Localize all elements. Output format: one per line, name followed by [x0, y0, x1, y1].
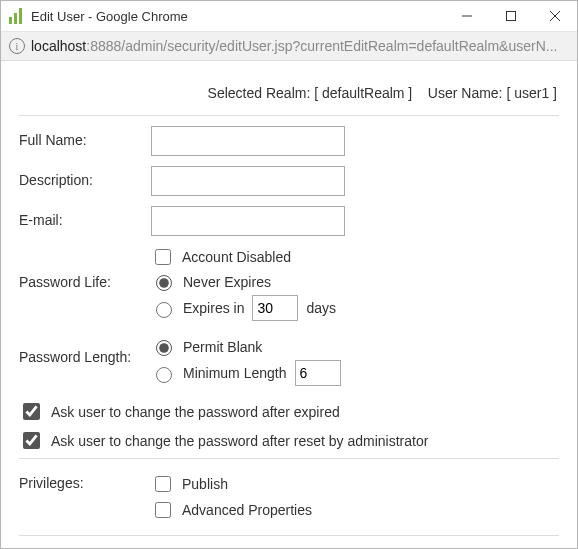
separator-top: [19, 115, 559, 116]
address-path: :8888/admin/security/editUser.jsp?curren…: [86, 38, 557, 54]
permit-blank-radio[interactable]: [156, 340, 172, 356]
maximize-icon: [506, 11, 516, 21]
full-name-input[interactable]: [151, 126, 345, 156]
account-disabled-checkbox[interactable]: [155, 249, 171, 265]
window-titlebar: Edit User - Google Chrome: [1, 1, 577, 31]
never-expires-label: Never Expires: [183, 274, 271, 290]
realm-label: Selected Realm:: [208, 85, 311, 101]
label-password-life: Password Life:: [19, 242, 151, 290]
expires-in-label: Expires in: [183, 300, 244, 316]
publish-label: Publish: [182, 476, 228, 492]
content-area: Selected Realm: [ defaultRealm ] User Na…: [1, 61, 577, 549]
separator-bottom: [19, 535, 559, 536]
email-input[interactable]: [151, 206, 345, 236]
never-expires-radio[interactable]: [156, 275, 172, 291]
change-after-expired-checkbox[interactable]: [23, 403, 40, 420]
label-privileges: Privileges:: [19, 469, 151, 491]
minimum-length-label: Minimum Length: [183, 365, 287, 381]
minimize-icon: [462, 11, 472, 21]
label-description: Description:: [19, 166, 151, 188]
expires-in-radio[interactable]: [156, 302, 172, 318]
publish-checkbox[interactable]: [155, 476, 171, 492]
app-icon: [9, 8, 25, 24]
change-after-expired-label: Ask user to change the password after ex…: [51, 404, 340, 420]
close-button[interactable]: [533, 1, 577, 31]
address-bar[interactable]: i localhost:8888/admin/security/editUser…: [1, 31, 577, 61]
expires-days-input[interactable]: [252, 295, 298, 321]
advanced-properties-checkbox[interactable]: [155, 502, 171, 518]
separator-privileges: [19, 458, 559, 459]
label-password-length: Password Length:: [19, 333, 151, 365]
address-host: localhost: [31, 38, 86, 54]
username-label: User Name:: [428, 85, 503, 101]
window-title: Edit User - Google Chrome: [31, 9, 445, 24]
svg-rect-1: [507, 12, 516, 21]
permit-blank-label: Permit Blank: [183, 339, 262, 355]
context-line: Selected Realm: [ defaultRealm ] User Na…: [19, 85, 559, 101]
minimum-length-radio[interactable]: [156, 367, 172, 383]
realm-value: [ defaultRealm ]: [314, 85, 412, 101]
minimum-length-input[interactable]: [295, 360, 341, 386]
account-disabled-label: Account Disabled: [182, 249, 291, 265]
close-icon: [550, 11, 560, 21]
change-after-reset-checkbox[interactable]: [23, 432, 40, 449]
label-full-name: Full Name:: [19, 126, 151, 148]
days-suffix-label: days: [306, 300, 336, 316]
maximize-button[interactable]: [489, 1, 533, 31]
advanced-properties-label: Advanced Properties: [182, 502, 312, 518]
change-after-reset-label: Ask user to change the password after re…: [51, 433, 428, 449]
username-value: [ user1 ]: [506, 85, 557, 101]
label-email: E-mail:: [19, 206, 151, 228]
minimize-button[interactable]: [445, 1, 489, 31]
info-icon: i: [9, 38, 25, 54]
description-input[interactable]: [151, 166, 345, 196]
